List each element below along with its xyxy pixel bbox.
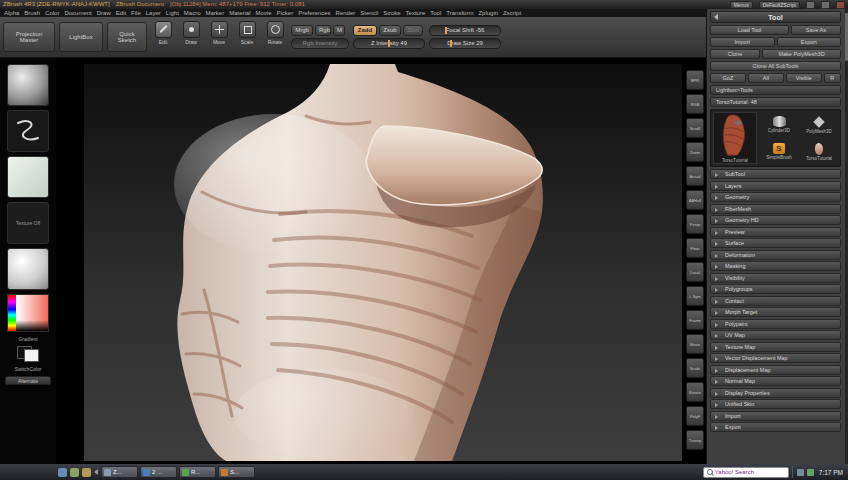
make-polymesh3d-button[interactable]: Make PolyMesh3D bbox=[762, 49, 841, 59]
taskbar-collapse-icon[interactable] bbox=[94, 469, 98, 475]
tool-section-bar[interactable]: Surface bbox=[710, 238, 841, 248]
tool-section-bar[interactable]: FiberMesh bbox=[710, 204, 841, 214]
default-zscript-button[interactable]: DeFaultZScript bbox=[759, 1, 800, 9]
menu-item[interactable]: Zplugin bbox=[476, 9, 500, 17]
export-button[interactable]: Export bbox=[777, 37, 842, 47]
menu-item[interactable]: Render bbox=[334, 9, 358, 17]
z-intensity-slider[interactable]: Z Intensity 49 bbox=[353, 38, 425, 49]
tool-section-bar[interactable]: Polypaint bbox=[710, 319, 841, 329]
menu-item[interactable]: Texture bbox=[404, 9, 428, 17]
focal-shift-slider[interactable]: Focal Shift -56 bbox=[429, 25, 501, 36]
tray-icon[interactable] bbox=[797, 469, 804, 476]
right-shelf-button[interactable]: PolyF bbox=[686, 406, 704, 426]
tool-section-bar[interactable]: Vector Displacement Map bbox=[710, 353, 841, 363]
lightbox-button[interactable]: LightBox bbox=[59, 22, 103, 52]
tool-section-bar[interactable]: Preview bbox=[710, 227, 841, 237]
tool-section-bar[interactable]: Normal Map bbox=[710, 376, 841, 386]
minimize-icon[interactable] bbox=[806, 1, 815, 9]
quicklaunch-icon[interactable] bbox=[70, 468, 79, 477]
right-shelf-button[interactable]: Scroll bbox=[686, 118, 704, 138]
right-shelf-button[interactable]: Floor bbox=[686, 238, 704, 258]
edit-mode-button[interactable]: Edit bbox=[151, 21, 175, 53]
stroke-thumbnail[interactable] bbox=[7, 110, 49, 152]
right-shelf-button[interactable]: BPR bbox=[686, 70, 704, 90]
menu-item[interactable]: Zscript bbox=[501, 9, 523, 17]
goz-visible-button[interactable]: Visible bbox=[786, 73, 822, 83]
scale-mode-button[interactable]: Scale bbox=[235, 21, 259, 53]
tool-section-bar[interactable]: Masking bbox=[710, 261, 841, 271]
zadd-button[interactable]: Zadd bbox=[353, 25, 377, 36]
sculpt-viewport[interactable] bbox=[84, 64, 682, 461]
tool-thumbnail-simplebrush[interactable]: S SimpleBrush bbox=[760, 139, 798, 164]
brush-thumbnail[interactable] bbox=[7, 64, 49, 106]
quick-sketch-button[interactable]: Quick Sketch bbox=[107, 22, 147, 52]
right-shelf-button[interactable]: Local bbox=[686, 262, 704, 282]
clone-button[interactable]: Clone bbox=[710, 49, 760, 59]
close-icon[interactable] bbox=[836, 1, 845, 9]
save-as-button[interactable]: Save As bbox=[791, 25, 841, 35]
tool-section-bar[interactable]: Unified Skin bbox=[710, 399, 841, 409]
menu-item[interactable]: Brush bbox=[22, 9, 42, 17]
tool-section-bar[interactable]: Morph Target bbox=[710, 307, 841, 317]
menu-item[interactable]: Light bbox=[164, 9, 181, 17]
taskbar-window-button[interactable]: S... bbox=[218, 466, 255, 478]
move-mode-button[interactable]: Move bbox=[207, 21, 231, 53]
right-shelf-button[interactable]: Zoom bbox=[686, 142, 704, 162]
taskbar-window-button[interactable]: R... bbox=[179, 466, 216, 478]
alt-color-swatch[interactable] bbox=[24, 349, 39, 362]
zsub-button[interactable]: Zsub bbox=[379, 25, 401, 36]
tool-thumbnail-cylinder3d[interactable]: Cylinder3D bbox=[760, 112, 798, 137]
import-button[interactable]: Import bbox=[710, 37, 775, 47]
maximize-icon[interactable] bbox=[821, 1, 830, 9]
menu-item[interactable]: Movie bbox=[254, 9, 274, 17]
menu-item[interactable]: Draw bbox=[95, 9, 113, 17]
m-button[interactable]: M bbox=[333, 25, 345, 36]
alternate-button[interactable]: Alternate bbox=[5, 376, 51, 385]
menu-item[interactable]: Document bbox=[62, 9, 93, 17]
menu-item[interactable]: Stencil bbox=[358, 9, 380, 17]
right-shelf-button[interactable]: Rotate bbox=[686, 382, 704, 402]
tool-section-bar[interactable]: Displacement Map bbox=[710, 365, 841, 375]
alpha-thumbnail[interactable] bbox=[7, 156, 49, 198]
menu-item[interactable]: Picker bbox=[275, 9, 296, 17]
rotate-mode-button[interactable]: Rotate bbox=[263, 21, 287, 53]
color-picker[interactable] bbox=[7, 294, 49, 332]
material-thumbnail[interactable] bbox=[7, 248, 49, 290]
lightbox-tools-bar[interactable]: Lightbox>Tools bbox=[710, 85, 841, 95]
right-shelf-button[interactable]: Move bbox=[686, 334, 704, 354]
taskbar-window-button[interactable]: 2 ... bbox=[140, 466, 177, 478]
tool-section-bar[interactable]: Layers bbox=[710, 181, 841, 191]
tool-section-bar[interactable]: SubTool bbox=[710, 169, 841, 179]
tool-thumbnail-polymesh3d[interactable]: PolyMesh3D bbox=[800, 112, 838, 137]
active-tool-bar[interactable]: TorsoTutorial. 48 bbox=[710, 97, 841, 107]
tool-section-bar[interactable]: Visibility bbox=[710, 273, 841, 283]
texture-thumbnail[interactable]: Texture Off bbox=[7, 202, 49, 244]
tool-section-bar[interactable]: Export bbox=[710, 422, 841, 432]
goz-button[interactable]: GoZ bbox=[710, 73, 746, 83]
menu-item[interactable]: File bbox=[129, 9, 143, 17]
tool-thumbnail-torsotutorial[interactable]: TorsoTutorial bbox=[800, 139, 838, 164]
right-shelf-button[interactable]: Transp bbox=[686, 430, 704, 450]
quicklaunch-icon[interactable] bbox=[82, 468, 91, 477]
right-shelf-button[interactable]: Frame bbox=[686, 310, 704, 330]
taskbar-window-button[interactable]: Z... bbox=[101, 466, 138, 478]
menu-item[interactable]: Layer bbox=[144, 9, 163, 17]
menu-item[interactable]: Stroke bbox=[381, 9, 402, 17]
menu-item[interactable]: Marker bbox=[203, 9, 226, 17]
menu-item[interactable]: Macro bbox=[182, 9, 203, 17]
draw-size-slider[interactable]: Draw Size 29 bbox=[429, 38, 501, 49]
right-shelf-button[interactable]: Persp bbox=[686, 214, 704, 234]
tool-section-bar[interactable]: Texture Map bbox=[710, 342, 841, 352]
quicklaunch-icon[interactable] bbox=[58, 468, 67, 477]
menu-item[interactable]: Color bbox=[43, 9, 61, 17]
active-tool-thumbnail[interactable]: TorsoTutorial bbox=[713, 112, 757, 164]
right-shelf-button[interactable]: L.Sym bbox=[686, 286, 704, 306]
menu-item[interactable]: Alpha bbox=[2, 9, 21, 17]
load-tool-button[interactable]: Load Tool bbox=[710, 25, 789, 35]
menu-item[interactable]: Edit bbox=[114, 9, 128, 17]
tool-section-bar[interactable]: Polygroups bbox=[710, 284, 841, 294]
tool-section-bar[interactable]: Display Properties bbox=[710, 388, 841, 398]
switch-color-control[interactable] bbox=[17, 346, 39, 362]
rgb-button[interactable]: Rgb bbox=[315, 25, 331, 36]
menu-item[interactable]: Tool bbox=[428, 9, 443, 17]
